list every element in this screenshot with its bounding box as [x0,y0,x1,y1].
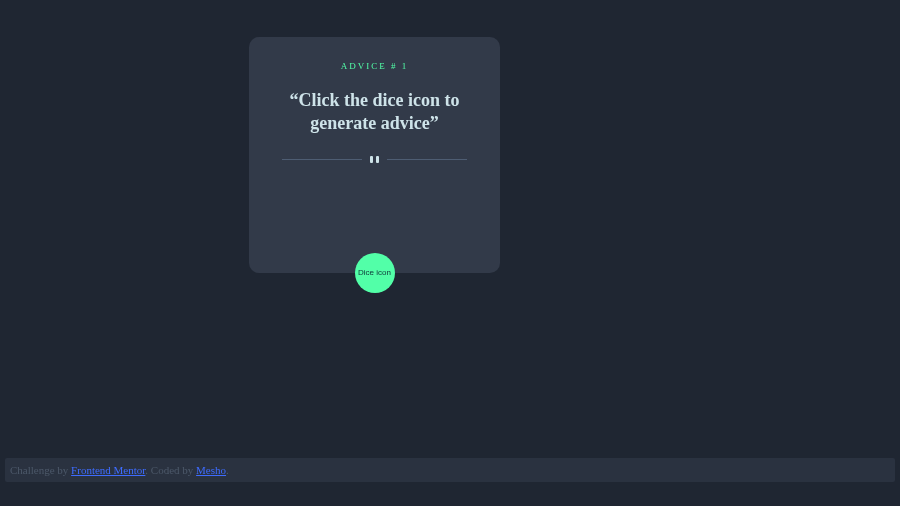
advice-heading: ADVICE # 1 [341,61,409,71]
divider-line-left [282,159,362,160]
trail-text: . [226,464,229,476]
author-link[interactable]: Mesho [196,464,226,476]
coded-by-text: . Coded by [145,464,196,476]
advice-heading-prefix: ADVICE # [341,61,402,71]
advice-card: ADVICE # 1 “Click the dice icon to gener… [249,37,500,273]
pause-icon [370,156,379,163]
dice-icon: Dice icon [358,268,391,277]
pattern-divider [282,156,467,163]
attribution-footer: Challenge by Frontend Mentor. Coded by M… [5,458,895,482]
advice-id: 1 [402,61,409,71]
advice-quote: “Click the dice icon to generate advice” [270,89,480,134]
frontend-mentor-link[interactable]: Frontend Mentor [71,464,145,476]
divider-line-right [387,159,467,160]
challenge-by-text: Challenge by [10,464,71,476]
dice-button[interactable]: Dice icon [355,253,395,293]
